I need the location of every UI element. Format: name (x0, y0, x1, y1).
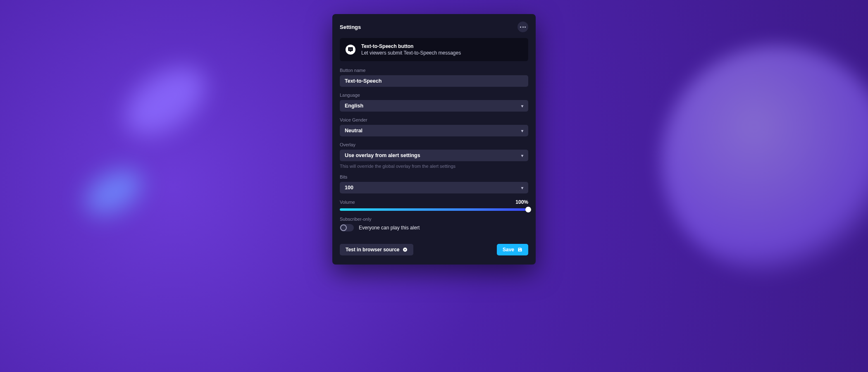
settings-modal: Settings Text-to-Speech button Let viewe… (332, 14, 536, 265)
field-voice-gender: Voice Gender Neutral ▾ (340, 117, 528, 136)
play-circle-icon (403, 247, 408, 252)
field-label: Overlay (340, 142, 528, 147)
banner-text: Text-to-Speech button Let viewers submit… (361, 43, 461, 56)
more-icon (520, 26, 526, 28)
speech-bubble-icon (346, 45, 355, 55)
subscriber-only-toggle[interactable] (340, 224, 354, 231)
field-label: Voice Gender (340, 117, 528, 122)
field-overlay: Overlay Use overlay from alert settings … (340, 142, 528, 169)
field-label: Language (340, 93, 528, 98)
feature-banner: Text-to-Speech button Let viewers submit… (340, 38, 528, 61)
chevron-down-icon: ▾ (521, 104, 523, 108)
banner-subtitle: Let viewers submit Text-to-Speech messag… (361, 50, 461, 56)
chevron-down-icon: ▾ (521, 129, 523, 133)
voice-gender-select[interactable]: Neutral ▾ (340, 125, 528, 136)
test-in-browser-button[interactable]: Test in browser source (340, 244, 413, 255)
field-volume: Volume 100% (340, 199, 528, 211)
chevron-down-icon: ▾ (521, 153, 523, 158)
modal-title: Settings (340, 24, 361, 30)
button-label: Save (503, 247, 514, 253)
select-value: 100 (345, 185, 353, 191)
toggle-knob (340, 224, 347, 231)
more-options-button[interactable] (517, 21, 528, 32)
bits-select[interactable]: 100 ▾ (340, 182, 528, 193)
select-value: Neutral (345, 128, 362, 134)
field-button-name: Button name (340, 68, 528, 87)
save-button[interactable]: Save (497, 244, 528, 255)
field-label: Button name (340, 68, 528, 73)
volume-slider[interactable] (340, 208, 528, 211)
chevron-down-icon: ▾ (521, 186, 523, 190)
field-label: Bits (340, 174, 528, 179)
field-language: Language English ▾ (340, 93, 528, 112)
select-value: English (345, 103, 363, 109)
field-bits: Bits 100 ▾ (340, 174, 528, 193)
modal-footer: Test in browser source Save (340, 244, 528, 255)
save-icon (517, 247, 522, 252)
field-subscriber-only: Subscriber-only Everyone can play this a… (340, 217, 528, 231)
volume-slider-thumb[interactable] (525, 207, 531, 212)
overlay-select[interactable]: Use overlay from alert settings ▾ (340, 150, 528, 161)
button-label: Test in browser source (346, 247, 399, 253)
button-name-input[interactable] (340, 75, 528, 87)
modal-header: Settings (340, 21, 528, 32)
toggle-state-text: Everyone can play this alert (359, 225, 420, 231)
banner-title: Text-to-Speech button (361, 43, 461, 50)
field-help: This will override the global overlay fr… (340, 164, 528, 169)
volume-value: 100% (515, 199, 528, 205)
field-label: Volume (340, 200, 355, 205)
select-value: Use overlay from alert settings (345, 153, 420, 158)
language-select[interactable]: English ▾ (340, 100, 528, 112)
field-label: Subscriber-only (340, 217, 528, 222)
